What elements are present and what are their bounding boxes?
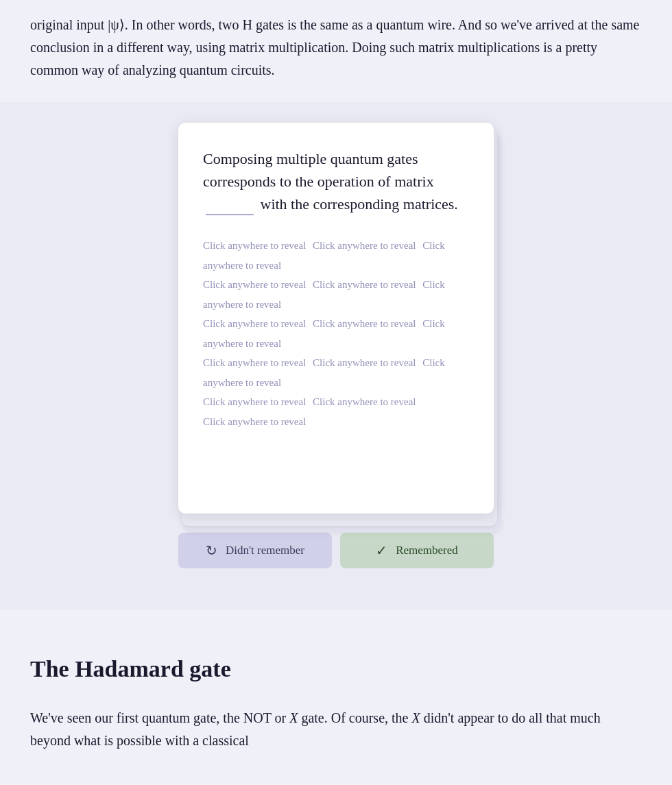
reveal-line-4[interactable]: Click anywhere to reveal Click anywhere … [203, 353, 469, 392]
didnt-remember-label: Didn't remember [226, 544, 304, 557]
reveal-line-3[interactable]: Click anywhere to reveal Click anywhere … [203, 314, 469, 353]
hadamard-text-2: gate. Of course, the [301, 710, 408, 725]
reveal-line-1[interactable]: Click anywhere to reveal Click anywhere … [203, 236, 469, 275]
flashcard-section: Composing multiple quantum gates corresp… [0, 102, 672, 609]
reveal-line-2[interactable]: Click anywhere to reveal Click anywhere … [203, 275, 469, 314]
card-question: Composing multiple quantum gates corresp… [203, 147, 469, 215]
remembered-button[interactable]: ✓ Remembered [340, 533, 494, 568]
reveal-area[interactable]: Click anywhere to reveal Click anywhere … [203, 236, 469, 431]
reveal-line-5[interactable]: Click anywhere to reveal Click anywhere … [203, 392, 469, 412]
question-part2: with the corresponding matrices. [261, 195, 458, 213]
flashcard[interactable]: Composing multiple quantum gates corresp… [178, 123, 494, 514]
card-stack: Composing multiple quantum gates corresp… [178, 123, 494, 514]
question-blank [206, 197, 254, 215]
question-part1: Composing multiple quantum gates corresp… [203, 150, 434, 190]
hadamard-text-1: We've seen our first quantum gate, the N… [30, 710, 286, 725]
refresh-icon: ↻ [206, 542, 217, 559]
hadamard-heading: The Hadamard gate [30, 651, 642, 688]
intro-section: original input |ψ⟩. In other words, two … [30, 0, 642, 102]
didnt-remember-button[interactable]: ↻ Didn't remember [178, 533, 332, 568]
card-buttons: ↻ Didn't remember ✓ Remembered [178, 533, 494, 568]
checkmark-icon: ✓ [376, 542, 387, 559]
intro-paragraph: original input |ψ⟩. In other words, two … [30, 14, 642, 82]
hadamard-math-x1: X [289, 710, 298, 725]
hadamard-paragraph: We've seen our first quantum gate, the N… [30, 707, 642, 752]
remembered-label: Remembered [396, 544, 458, 557]
hadamard-section: The Hadamard gate We've seen our first q… [30, 609, 642, 766]
hadamard-math-x2: X [411, 710, 420, 725]
reveal-line-6[interactable]: Click anywhere to reveal [203, 412, 469, 432]
